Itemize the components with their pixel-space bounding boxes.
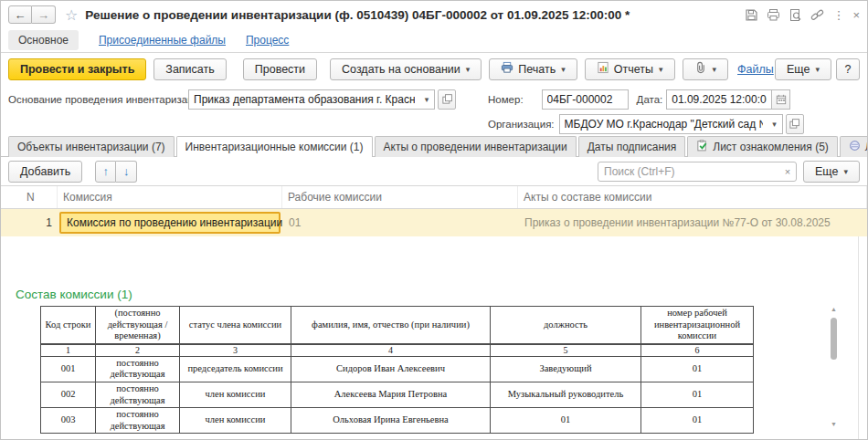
- date-input[interactable]: [666, 89, 772, 110]
- search-clear-icon[interactable]: ×: [779, 166, 796, 177]
- panel-gutter-line: [858, 236, 859, 440]
- basis-open-button[interactable]: [438, 89, 456, 110]
- create-on-basis-button[interactable]: Создать на основании ▾: [330, 58, 482, 80]
- move-up-button[interactable]: ↑: [95, 161, 116, 183]
- post-and-close-button[interactable]: Провести и закрыть: [8, 58, 146, 80]
- cell-member-status[interactable]: член комиссии: [180, 382, 291, 407]
- command-bar: Провести и закрыть Записать Провести Соз…: [1, 53, 867, 85]
- tab-signing-dates[interactable]: Даты подписания: [578, 136, 686, 157]
- open-icon: [441, 93, 453, 105]
- commissions-grid: N Комиссия Рабочие комиссии Акты о соста…: [1, 185, 867, 236]
- dropdown-arrow-icon[interactable]: ▾: [419, 95, 434, 104]
- more-button[interactable]: Еще ▾: [775, 58, 831, 80]
- organization-input[interactable]: [560, 115, 767, 133]
- header-n: N: [1, 186, 58, 208]
- table-row[interactable]: 001 постоянно действующая председатель к…: [41, 356, 754, 382]
- tab-familiarization-sheet[interactable]: Лист ознакомления (5): [687, 136, 838, 157]
- basis-label: Основание проведения инвентаризации:: [8, 94, 188, 105]
- number-input[interactable]: [542, 89, 629, 110]
- cell-row-code[interactable]: 001: [41, 356, 96, 382]
- open-icon: [789, 118, 800, 130]
- tab-inventory-commissions[interactable]: Инвентаризационные комиссии (1): [176, 136, 373, 157]
- more-menu-icon[interactable]: ⋮: [832, 9, 844, 21]
- scroll-down-icon[interactable]: ▼: [828, 421, 840, 427]
- tab-inventory-acts[interactable]: Акты о проведении инвентаризации: [375, 136, 577, 157]
- search-input[interactable]: [598, 165, 779, 178]
- tab-approval-sheet[interactable]: Лист согласования: [840, 136, 868, 157]
- write-button[interactable]: Записать: [153, 58, 226, 80]
- document-window: ← → ☆ Решение о проведении инвентаризаци…: [0, 0, 868, 440]
- cell-working-number[interactable]: 01: [641, 356, 754, 382]
- composition-table: Код строки (постоянно действующая / врем…: [40, 306, 754, 434]
- files-link[interactable]: Файлы: [737, 63, 774, 76]
- cell-position[interactable]: 01: [491, 408, 641, 434]
- cell-position[interactable]: Заведующий: [491, 356, 641, 382]
- cell-full-name[interactable]: Сидоров Иван Алексеевич: [291, 356, 491, 382]
- window-actions: ⋮ ×: [745, 8, 860, 22]
- nav-process[interactable]: Процесс: [246, 34, 289, 47]
- nav-attached-files[interactable]: Присоединенные файлы: [99, 34, 226, 47]
- dropdown-arrow-icon: ▾: [659, 65, 663, 74]
- basis-input[interactable]: [189, 90, 419, 109]
- dropdown-arrow-icon[interactable]: ▾: [767, 120, 782, 129]
- move-buttons: ↑ ↓: [95, 161, 137, 183]
- comp-header: фамилия, имя, отчество (при наличии): [291, 307, 491, 344]
- cell-working-number[interactable]: 01: [641, 382, 754, 407]
- post-button[interactable]: Провести: [243, 58, 317, 80]
- print-preview-icon[interactable]: [767, 8, 780, 22]
- col-number: 4: [291, 344, 491, 357]
- add-button[interactable]: Добавить: [8, 161, 82, 183]
- cell-member-status[interactable]: председатель комиссии: [180, 356, 291, 382]
- print-button[interactable]: Печать ▾: [489, 58, 577, 80]
- vertical-scrollbar[interactable]: ▲ ▼: [828, 306, 840, 427]
- grid-toolbar: Добавить ↑ ↓ × Еще ▾: [1, 157, 867, 185]
- organization-row: Организация: ▾: [1, 111, 867, 136]
- scroll-up-icon[interactable]: ▲: [828, 306, 840, 312]
- clipboard-check-icon: [696, 140, 708, 154]
- cell-row-code[interactable]: 002: [41, 382, 96, 407]
- cell-commission-type[interactable]: постоянно действующая: [96, 356, 180, 382]
- organization-open-button[interactable]: [786, 114, 804, 134]
- reports-button[interactable]: Отчеты ▾: [585, 58, 675, 80]
- date-label: Дата:: [637, 94, 663, 105]
- arrow-up-icon: ↑: [103, 164, 110, 178]
- preview-document-icon[interactable]: [789, 8, 802, 22]
- cell-commission-type[interactable]: постоянно действующая: [96, 382, 180, 407]
- back-icon: ←: [15, 8, 26, 22]
- nav-main[interactable]: Основное: [8, 30, 79, 50]
- cell-row-code[interactable]: 003: [41, 408, 96, 434]
- row-number-cell[interactable]: 1: [1, 216, 58, 229]
- cell-position[interactable]: Музыкальный руководитель: [491, 382, 641, 407]
- table-row[interactable]: 002 постоянно действующая член комиссии …: [41, 382, 754, 407]
- cell-full-name[interactable]: Ольховая Ирина Евгеньевна: [291, 408, 491, 434]
- cell-member-status[interactable]: член комиссии: [180, 408, 291, 434]
- scrollbar-thumb[interactable]: [831, 318, 837, 360]
- back-button[interactable]: ←: [8, 5, 32, 24]
- selected-commission-cell[interactable]: Комиссия по проведению инвентаризации: [59, 212, 281, 234]
- comp-header: должность: [491, 307, 641, 344]
- composition-header-row: Код строки (постоянно действующая / врем…: [41, 307, 754, 344]
- move-down-button[interactable]: ↓: [116, 161, 137, 183]
- table-row[interactable]: 1 Комиссия по проведению инвентаризации …: [1, 209, 867, 236]
- forward-button[interactable]: →: [32, 5, 56, 24]
- dropdown-arrow-icon: ▾: [843, 167, 848, 176]
- cell-working-number[interactable]: 01: [641, 408, 754, 434]
- close-icon[interactable]: ×: [852, 9, 860, 21]
- favorite-star-icon[interactable]: ☆: [65, 6, 78, 24]
- attach-button[interactable]: ▾: [683, 58, 729, 80]
- link-icon[interactable]: [810, 8, 824, 22]
- cell-commission-type[interactable]: постоянно действующая: [96, 408, 180, 434]
- basis-combo[interactable]: ▾: [188, 89, 435, 110]
- help-button[interactable]: ?: [836, 58, 860, 80]
- history-nav: ← →: [8, 5, 56, 24]
- calendar-button[interactable]: [772, 89, 790, 110]
- grid-more-button[interactable]: Еще ▾: [803, 161, 860, 183]
- tab-inventory-objects[interactable]: Объекты инвентаризации (7): [8, 136, 175, 157]
- organization-combo[interactable]: ▾: [559, 114, 783, 134]
- cell-full-name[interactable]: Алексеева Мария Петровна: [291, 382, 491, 407]
- acts-cell[interactable]: Приказ о проведении инвентаризации №77-О…: [518, 216, 867, 229]
- dropdown-arrow-icon: ▾: [815, 65, 820, 74]
- table-row[interactable]: 003 постоянно действующая член комиссии …: [41, 408, 754, 434]
- save-icon[interactable]: [745, 8, 758, 22]
- working-commission-cell[interactable]: 01: [282, 216, 518, 229]
